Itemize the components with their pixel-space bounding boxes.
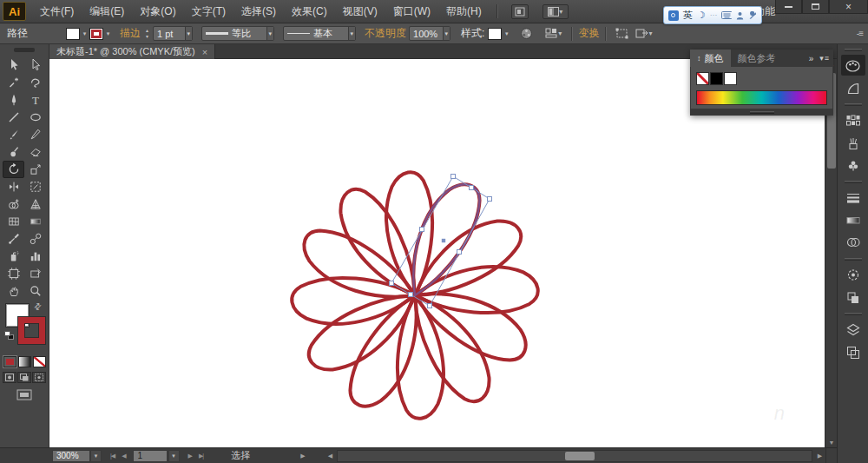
hand-tool[interactable]	[3, 282, 24, 300]
fill-caret-icon[interactable]: ▾	[80, 28, 89, 40]
menu-window[interactable]: 窗口(W)	[385, 0, 438, 23]
eyedropper-tool[interactable]	[3, 230, 24, 248]
previous-artboard-icon[interactable]: ◀	[122, 453, 125, 460]
artboard-tool[interactable]	[3, 265, 24, 282]
panel-cycle-icon[interactable]: ↕	[697, 54, 701, 63]
none-mode-button[interactable]	[33, 356, 46, 367]
stroke-weight-select[interactable]: 1 pt ▾	[153, 26, 193, 41]
width-tool[interactable]	[3, 178, 24, 195]
stroke-swatch-indicator[interactable]	[18, 317, 45, 344]
free-transform-tool[interactable]	[24, 178, 46, 195]
opacity-panel-link[interactable]: 不透明度	[365, 26, 406, 41]
line-segment-tool[interactable]	[3, 109, 24, 126]
swatches-panel-icon[interactable]	[841, 109, 865, 130]
stroke-caret-icon[interactable]: ▾	[103, 28, 113, 40]
eraser-tool[interactable]	[24, 143, 46, 161]
ime-toolbar[interactable]: 英 ☽ ⋯	[663, 6, 762, 24]
magic-wand-tool[interactable]	[3, 74, 24, 91]
ime-keyboard-icon[interactable]	[721, 11, 733, 19]
ime-logo-icon[interactable]	[668, 10, 679, 21]
dock-grip[interactable]	[845, 49, 862, 51]
tab-color-guide[interactable]: 颜色参考	[731, 50, 783, 67]
layers-panel-icon[interactable]	[841, 319, 865, 340]
control-bar-menu-icon[interactable]: -≡	[857, 29, 863, 38]
artboards-panel-icon[interactable]	[841, 341, 865, 362]
width-profile-select[interactable]: 等比 ▾	[201, 26, 274, 41]
horizontal-scrollbar[interactable]	[337, 450, 812, 462]
dock-grip[interactable]	[845, 103, 862, 106]
blend-tool[interactable]	[24, 230, 46, 248]
artboard-canvas[interactable]: n	[49, 59, 825, 447]
first-artboard-icon[interactable]: |◀	[110, 453, 115, 460]
menu-type[interactable]: 文字(T)	[184, 0, 233, 23]
scroll-down-icon[interactable]: ▼	[825, 440, 838, 446]
zoom-level-field[interactable]: 300%	[52, 450, 90, 462]
shape-builder-tool[interactable]	[3, 195, 24, 213]
symbols-panel-icon[interactable]	[841, 155, 865, 175]
maximize-button[interactable]	[802, 0, 829, 14]
ime-user-icon[interactable]	[736, 11, 744, 20]
stroke-weight-stepper[interactable]: ▴▾	[144, 28, 150, 40]
dock-grip[interactable]	[845, 181, 862, 183]
panel-menu-icon[interactable]: ▾≡	[819, 54, 829, 63]
panel-resize-grip[interactable]	[690, 109, 833, 116]
scroll-left-icon[interactable]: ◀	[325, 450, 336, 462]
dock-grip[interactable]	[845, 258, 862, 261]
rotate-tool[interactable]	[3, 161, 24, 178]
tab-close-icon[interactable]: ×	[202, 47, 207, 57]
menu-select[interactable]: 选择(S)	[233, 0, 284, 23]
type-tool[interactable]: T	[24, 91, 46, 109]
none-color-swatch[interactable]	[696, 72, 709, 85]
menu-help[interactable]: 帮助(H)	[438, 0, 490, 23]
white-swatch[interactable]	[724, 72, 737, 85]
zoom-caret-icon[interactable]: ▼	[90, 450, 102, 462]
menu-edit[interactable]: 编辑(E)	[82, 0, 132, 23]
minimize-button[interactable]	[775, 0, 802, 14]
style-caret-icon[interactable]: ▾	[502, 28, 511, 40]
black-swatch[interactable]	[710, 72, 723, 85]
panel-expand-icon[interactable]: »	[809, 54, 814, 63]
direct-selection-tool[interactable]	[24, 56, 46, 74]
tab-color[interactable]: ↕ 颜色	[690, 50, 731, 67]
blob-brush-tool[interactable]	[3, 143, 24, 161]
stroke-panel-icon[interactable]	[841, 187, 865, 208]
gradient-tool[interactable]	[24, 213, 46, 230]
horizontal-scroll-thumb[interactable]	[565, 452, 595, 460]
lasso-tool[interactable]	[24, 74, 46, 91]
menu-file[interactable]: 文件(F)	[32, 0, 82, 23]
flower-artwork[interactable]	[49, 59, 825, 447]
menu-view[interactable]: 视图(V)	[335, 0, 385, 23]
arrange-documents-icon[interactable]: ▾	[542, 4, 569, 19]
brush-definition-select[interactable]: 基本 ▾	[283, 26, 356, 41]
mesh-tool[interactable]	[3, 213, 24, 230]
bounding-box-icon[interactable]	[615, 28, 628, 39]
appearance-panel-icon[interactable]	[841, 264, 865, 285]
selection-tool[interactable]	[3, 56, 24, 74]
color-mode-button[interactable]	[3, 356, 16, 367]
ime-settings-wrench-icon[interactable]	[748, 11, 757, 20]
isolate-object-icon[interactable]: ▾	[635, 28, 652, 39]
perspective-grid-tool[interactable]	[24, 195, 46, 213]
artboard-number-field[interactable]: 1	[133, 450, 168, 462]
color-guide-panel-icon[interactable]	[841, 77, 865, 98]
paintbrush-tool[interactable]	[3, 126, 24, 143]
ime-language-toggle[interactable]: 英	[683, 9, 693, 22]
menu-effect[interactable]: 效果(C)	[284, 0, 335, 23]
draw-normal-icon[interactable]	[3, 372, 16, 383]
scale-tool[interactable]	[24, 161, 46, 178]
ellipse-tool[interactable]	[24, 109, 46, 126]
graphic-styles-panel-icon[interactable]	[841, 287, 865, 308]
recolor-artwork-icon[interactable]	[520, 27, 533, 40]
zoom-tool[interactable]	[24, 282, 46, 300]
default-fill-stroke-icon[interactable]	[4, 331, 14, 340]
column-graph-tool[interactable]	[24, 248, 46, 265]
gradient-panel-icon[interactable]	[841, 209, 865, 230]
opacity-select[interactable]: 100% ▾	[409, 26, 450, 41]
draw-inside-icon[interactable]	[32, 372, 46, 383]
status-expand-icon[interactable]: ▶	[300, 453, 305, 460]
menu-object[interactable]: 对象(O)	[132, 0, 183, 23]
align-options-icon[interactable]: ▾	[545, 28, 562, 39]
vertical-scrollbar[interactable]: ▲ ▼	[825, 59, 838, 447]
stroke-panel-link[interactable]: 描边	[120, 26, 141, 41]
document-tab[interactable]: 未标题-1* @ 300% (CMYK/预览) ×	[49, 44, 215, 59]
